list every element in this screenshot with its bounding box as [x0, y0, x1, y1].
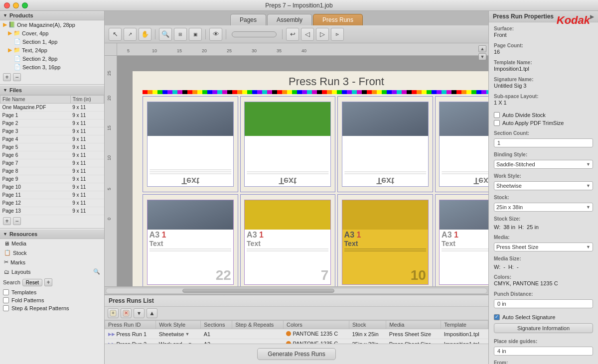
- tree-item-section2[interactable]: 📄 Section 2, 8pp: [0, 54, 104, 63]
- files-table-row[interactable]: Page 49 x 11: [0, 135, 104, 143]
- resources-stock[interactable]: 📋 Stock: [0, 248, 104, 257]
- files-table-row[interactable]: Page 19 x 11: [0, 112, 104, 120]
- rp-expand-arrow[interactable]: ▶: [590, 14, 594, 19]
- tool-next[interactable]: ▷: [316, 28, 329, 41]
- scrollbar-thumb[interactable]: [182, 289, 335, 293]
- prl-down-button[interactable]: ▾: [134, 308, 145, 318]
- auto-divide-stock-checkbox[interactable]: [494, 112, 500, 118]
- files-table-row[interactable]: Page 79 x 11: [0, 159, 104, 167]
- rp-media-select[interactable]: Press Sheet Size ▼: [494, 243, 593, 251]
- stock-value: 25in x 38in: [496, 204, 523, 210]
- file-name: Page 6: [0, 151, 71, 159]
- col-colors[interactable]: Colors: [283, 321, 349, 329]
- prl-triangle-button[interactable]: ▲: [147, 308, 157, 318]
- files-col-trim[interactable]: Trim (in): [70, 96, 104, 104]
- minimize-button[interactable]: [13, 2, 19, 8]
- scrollbar-track[interactable]: [106, 288, 487, 294]
- search-result-fold-patterns[interactable]: Fold Patterns: [0, 296, 104, 304]
- files-table-row[interactable]: Page 139 x 11: [0, 207, 104, 215]
- resources-section-header[interactable]: ▼ Resources: [0, 230, 104, 239]
- signature-information-button[interactable]: Signature Information: [494, 323, 593, 333]
- fold-patterns-checkbox[interactable]: [3, 297, 9, 303]
- tool-fit[interactable]: ⊞: [174, 28, 187, 41]
- close-button[interactable]: [4, 2, 10, 8]
- prl-delete-button[interactable]: ✕: [121, 308, 132, 318]
- files-remove-button[interactable]: −: [13, 217, 21, 225]
- col-work-style[interactable]: Work Style: [156, 321, 201, 329]
- products-add-button[interactable]: +: [3, 73, 11, 81]
- files-table-row[interactable]: Page 109 x 11: [0, 183, 104, 191]
- auto-select-signature-checkbox[interactable]: [494, 314, 500, 320]
- rp-auto-apply-pdf[interactable]: Auto Apply PDF TrimSize: [489, 119, 598, 127]
- tree-item-text[interactable]: ▶ 📁 Text, 24pp: [0, 46, 104, 54]
- files-table-row[interactable]: Page 69 x 11: [0, 151, 104, 159]
- files-col-name[interactable]: File Name: [0, 96, 71, 104]
- step-repeat-checkbox[interactable]: [3, 305, 9, 311]
- files-add-button[interactable]: +: [3, 217, 11, 225]
- tool-select[interactable]: ↖: [109, 28, 122, 41]
- resources-media[interactable]: 🖥 Media: [0, 239, 104, 248]
- scroll-up[interactable]: ▲: [478, 45, 486, 52]
- files-table-row[interactable]: Page 119 x 11: [0, 191, 104, 199]
- resources-marks[interactable]: ✂ Marks: [0, 257, 104, 267]
- rp-punch-distance-input[interactable]: [494, 299, 593, 308]
- tool-prev[interactable]: ◁: [301, 28, 314, 41]
- col-stock[interactable]: Stock: [349, 321, 386, 329]
- prl-add-button[interactable]: +: [108, 308, 119, 318]
- ruler-corner: [105, 43, 117, 56]
- search-result-templates[interactable]: Templates: [0, 288, 104, 296]
- layouts-search-icon[interactable]: 🔍: [93, 268, 100, 275]
- col-step-repeats[interactable]: Step & Repeats: [232, 321, 284, 329]
- tab-press-runs[interactable]: Press Runs: [313, 14, 363, 25]
- tree-item-cover[interactable]: ▶ 📁 Cover, 4pp: [0, 29, 104, 37]
- rp-place-side-guides-input[interactable]: [494, 347, 593, 356]
- col-sections[interactable]: Sections: [201, 321, 232, 329]
- rp-auto-divide-stock[interactable]: Auto Divide Stock: [489, 111, 598, 119]
- tab-pages[interactable]: Pages: [230, 14, 266, 25]
- zoom-slider[interactable]: [232, 31, 277, 37]
- files-table-row[interactable]: Page 29 x 11: [0, 120, 104, 127]
- press-run-row[interactable]: ▶▶ Press Run 2 Work and... ▼ A2 PANTONE …: [105, 339, 488, 344]
- tree-item-section3[interactable]: 📄 Section 3, 16pp: [0, 63, 104, 71]
- rp-section-count-input[interactable]: [494, 138, 593, 147]
- auto-select-signature-label: Auto Select Signature: [502, 314, 555, 320]
- auto-apply-pdf-checkbox[interactable]: [494, 120, 500, 126]
- tool-grab[interactable]: ✋: [139, 28, 151, 41]
- tool-view[interactable]: ▣: [189, 28, 202, 41]
- rp-binding-style-select[interactable]: Saddle-Stitched ▼: [494, 160, 593, 169]
- files-table-row[interactable]: Page 39 x 11: [0, 127, 104, 135]
- files-table-row[interactable]: One Magazine.PDF9 x 11: [0, 104, 104, 112]
- tool-zoom[interactable]: 🔍: [159, 28, 172, 41]
- col-media[interactable]: Media: [386, 321, 441, 329]
- search-reset-button[interactable]: Reset: [22, 279, 42, 286]
- rp-stock-select[interactable]: 25in x 38in ▼: [494, 203, 593, 212]
- maximize-button[interactable]: [22, 2, 28, 8]
- bottom-scrollbar[interactable]: [105, 286, 488, 294]
- files-section-header[interactable]: ▼ Files: [0, 86, 104, 95]
- prl-id: ▶▶ Press Run 1: [105, 329, 156, 339]
- tool-eye[interactable]: 👁: [209, 28, 222, 41]
- col-press-run-id[interactable]: Press Run ID: [105, 321, 156, 329]
- files-table-row[interactable]: Page 89 x 11: [0, 167, 104, 175]
- search-result-step-repeat[interactable]: Step & Repeat Patterns: [0, 304, 104, 312]
- files-table-row[interactable]: Page 59 x 11: [0, 143, 104, 151]
- resources-layouts[interactable]: 🗂 Layouts 🔍: [0, 267, 104, 276]
- products-section-header[interactable]: ▼ Products: [0, 11, 104, 20]
- files-table-row[interactable]: Page 129 x 11: [0, 199, 104, 207]
- tool-nav[interactable]: ⊳: [331, 28, 344, 41]
- section1-icon: 📄: [14, 38, 21, 45]
- tool-select2[interactable]: ↗: [124, 28, 137, 41]
- search-add-button[interactable]: +: [44, 278, 52, 286]
- tab-assembly[interactable]: Assembly: [267, 14, 312, 25]
- files-table-row[interactable]: Page 99 x 11: [0, 175, 104, 183]
- col-template[interactable]: Template: [441, 321, 488, 329]
- rp-work-style-select[interactable]: Sheetwise ▼: [494, 181, 593, 190]
- templates-checkbox[interactable]: [3, 289, 9, 295]
- rp-auto-select-signature[interactable]: Auto Select Signature: [489, 313, 598, 321]
- tree-item-magazine[interactable]: ▶ 📗 One Magazine(A), 28pp: [0, 20, 104, 29]
- tree-item-section1[interactable]: 📄 Section 1, 4pp: [0, 37, 104, 46]
- press-run-row[interactable]: ▶▶ Press Run 1 Sheetwise ▼ A1 PANTONE 12…: [105, 329, 488, 339]
- generate-press-runs-button[interactable]: Generate Press Runs: [257, 348, 335, 360]
- tool-undo[interactable]: ↩: [286, 28, 299, 41]
- products-remove-button[interactable]: −: [13, 73, 21, 81]
